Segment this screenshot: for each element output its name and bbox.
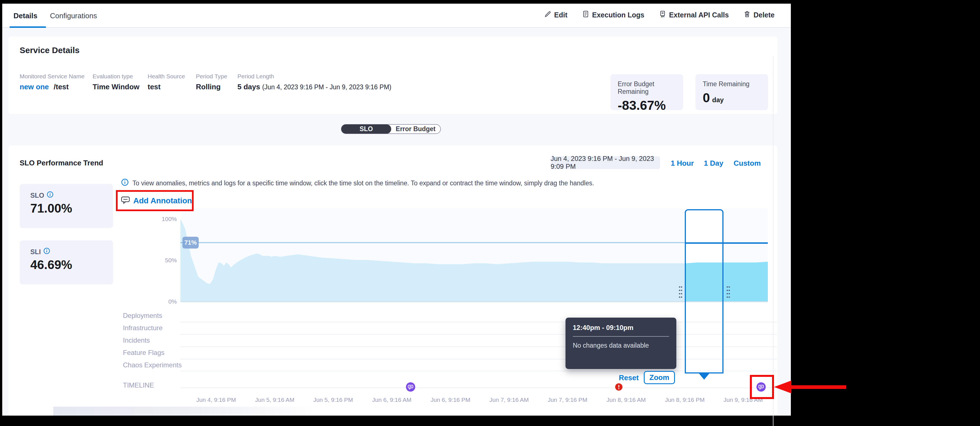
add-annotation-button[interactable]: Add Annotation — [133, 196, 192, 205]
field-value: test — [148, 83, 185, 91]
timeslot-tooltip: 12:40pm - 09:10pm No changes data availa… — [565, 318, 676, 369]
trend-title: SLO Performance Trend — [20, 159, 103, 168]
info-icon[interactable] — [43, 248, 50, 256]
x-axis: Jun 4, 9:16 PM Jun 5, 9:16 AM Jun 5, 9:1… — [8, 397, 777, 405]
field-label: Evaluation type — [92, 73, 140, 80]
row-label-deployments: Deployments — [123, 312, 162, 319]
field-period-length: Period Length 5 days (Jun 4, 2023 9:16 P… — [237, 73, 391, 91]
y-axis-label-50: 50% — [149, 257, 177, 264]
info-icon — [121, 179, 129, 188]
tooltip-divider — [573, 336, 669, 337]
bottom-fade-shadow — [53, 407, 317, 416]
field-label: Health Source — [148, 73, 185, 80]
field-label: Period Type — [196, 73, 228, 80]
page-background: Service Details Monitored Service Name n… — [2, 28, 791, 416]
error-budget-value: -83.67% — [618, 98, 676, 113]
toggle-slo[interactable]: SLO — [341, 124, 391, 134]
slo-target-line-highlighted — [685, 243, 768, 244]
range-link-1-hour[interactable]: 1 Hour — [671, 159, 694, 168]
monitored-service-suffix: /test — [54, 83, 68, 91]
selection-marker-triangle[interactable] — [698, 373, 710, 380]
y-axis-label-100: 100% — [149, 216, 177, 222]
row-label-feature-flags: Feature Flags — [123, 349, 164, 357]
selection-drag-handle-left[interactable] — [679, 285, 682, 298]
baseline-0 — [180, 301, 768, 302]
service-details-title: Service Details — [20, 45, 80, 55]
info-text: To view anomalies, metrics and logs for … — [132, 179, 594, 187]
error-budget-remaining-card: Error Budget Remaining -83.67% — [610, 74, 683, 110]
error-budget-label: Error Budget Remaining — [618, 80, 676, 96]
top-bar: Details Configurations Edit Execution Lo… — [2, 4, 791, 28]
x-tick: Jun 4, 9:16 PM — [185, 397, 247, 403]
time-remaining-value: 0 — [703, 91, 710, 105]
x-tick: Jun 7, 9:16 PM — [536, 397, 598, 403]
period-length-detail: (Jun 4, 2023 9:16 PM - Jun 9, 2023 9:16 … — [262, 83, 391, 91]
error-marker-icon[interactable] — [615, 383, 623, 391]
tooltip-body: No changes data available — [573, 342, 669, 349]
edit-button[interactable]: Edit — [544, 10, 568, 19]
row-label-infrastructure: Infrastructure — [123, 324, 162, 332]
slo-target-line — [180, 242, 685, 243]
tab-configurations[interactable]: Configurations — [50, 11, 97, 20]
annotation-marker-icon[interactable] — [406, 382, 415, 392]
period-length-value: 5 days — [237, 83, 260, 91]
red-arrow-line — [791, 385, 846, 389]
external-api-calls-button[interactable]: API External API Calls — [659, 10, 729, 19]
time-window-selection-box[interactable] — [685, 209, 724, 373]
monitored-service-link[interactable]: new one — [20, 83, 49, 91]
execution-logs-label: Execution Logs — [592, 11, 644, 19]
row-label-chaos-experiments: Chaos Experiments — [123, 361, 181, 369]
range-link-1-day[interactable]: 1 Day — [704, 159, 723, 168]
field-value: Time Window — [92, 83, 140, 91]
sli-metric-card: SLI 46.69% — [20, 240, 113, 284]
external-api-calls-label: External API Calls — [669, 11, 729, 19]
toggle-error-budget[interactable]: Error Budget — [391, 125, 440, 133]
delete-button[interactable]: Delete — [743, 10, 775, 19]
field-label: Monitored Service Name — [20, 73, 84, 80]
slo-target-badge: 71% — [182, 237, 199, 249]
tab-details[interactable]: Details — [13, 11, 37, 20]
field-value: Rolling — [196, 83, 228, 91]
slo-performance-trend-card: SLO Performance Trend Jun 4, 2023 9:16 P… — [8, 145, 777, 416]
screenshot-canvas: Details Configurations Edit Execution Lo… — [0, 0, 980, 426]
timeline-line — [180, 388, 777, 388]
svg-text:API: API — [661, 16, 665, 18]
document-icon — [582, 10, 589, 19]
slo-value: 71.00% — [30, 201, 72, 215]
info-icon[interactable] — [47, 191, 53, 199]
x-tick: Jun 6, 9:16 PM — [420, 397, 481, 403]
timeline-row-label: TIMELINE — [123, 381, 154, 389]
field-monitored-service-name: Monitored Service Name new one /test — [20, 73, 84, 91]
x-tick: Jun 5, 9:16 PM — [302, 397, 364, 403]
header-actions: Edit Execution Logs API External API Cal… — [544, 10, 775, 19]
trash-icon — [743, 10, 751, 19]
red-arrow-head — [774, 381, 791, 393]
tooltip-time-range: 12:40pm - 09:10pm — [573, 324, 669, 332]
speech-bubble-icon — [121, 196, 130, 206]
add-annotation-highlight-box: Add Annotation — [116, 190, 194, 211]
view-toggle: SLO Error Budget — [341, 124, 441, 134]
y-axis-label-0: 0% — [149, 298, 177, 305]
execution-logs-button[interactable]: Execution Logs — [582, 10, 644, 19]
app-panel: Details Configurations Edit Execution Lo… — [2, 4, 791, 416]
zoom-button[interactable]: Zoom — [644, 371, 675, 384]
edit-label: Edit — [554, 11, 568, 19]
slo-metric-card: SLO 71.00% — [20, 184, 113, 228]
range-link-custom[interactable]: Custom — [733, 159, 761, 168]
field-health-source: Health Source test — [148, 73, 185, 91]
field-period-type: Period Type Rolling — [196, 73, 228, 91]
field-label: Period Length — [237, 73, 391, 80]
api-document-icon: API — [659, 10, 666, 19]
x-tick: Jun 7, 9:16 AM — [478, 397, 540, 403]
date-range-pill[interactable]: Jun 4, 2023 9:16 PM - Jun 9, 2023 9:09 P… — [550, 156, 660, 169]
scroll-track-divider — [773, 56, 773, 426]
sli-label: SLI — [30, 248, 41, 256]
reset-button[interactable]: Reset — [619, 373, 639, 382]
delete-label: Delete — [754, 11, 775, 19]
time-remaining-card: Time Remaining 0day — [695, 74, 768, 110]
info-row: To view anomalies, metrics and logs for … — [121, 179, 594, 188]
selection-drag-handle-right[interactable] — [726, 285, 730, 298]
slo-label: SLO — [30, 191, 44, 199]
time-remaining-unit: day — [712, 96, 724, 104]
time-remaining-label: Time Remaining — [703, 80, 761, 88]
